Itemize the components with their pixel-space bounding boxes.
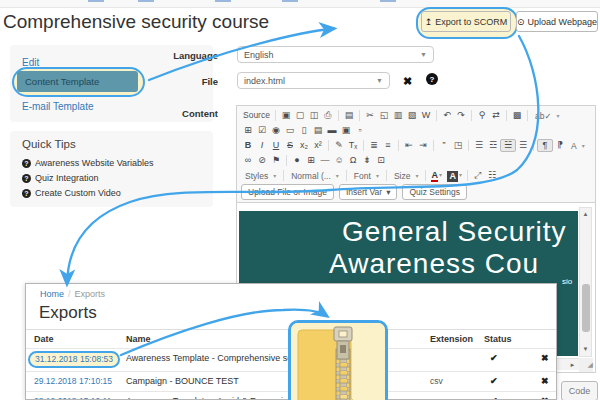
scroll-down-icon[interactable]: ▼ [580, 344, 591, 355]
toolbar-source[interactable]: Source [241, 109, 272, 122]
toolbar-underline[interactable]: U [269, 139, 283, 152]
toolbar-text-direction-ltr[interactable]: ¶ [537, 139, 553, 152]
toolbar-language[interactable]: A▾ [567, 141, 589, 151]
toolbar-paste[interactable]: ▥ [391, 109, 405, 122]
toolbar-smiley[interactable]: ☺ [332, 154, 346, 167]
editor-resize-handle[interactable]: ◢ [579, 358, 593, 372]
breadcrumb-home-link[interactable]: Home [40, 289, 64, 299]
toolbar-page-break[interactable]: ⇟ [360, 154, 374, 167]
quick-tip-awareness-variables[interactable]: ? Awareness Website Variables [22, 158, 154, 168]
file-select[interactable]: index.html ▼ [237, 72, 390, 89]
toolbar-spell-check[interactable]: ab✓▾ [531, 111, 564, 121]
toolbar-subscript[interactable]: x₂ [297, 139, 311, 152]
delete-export-icon[interactable]: ✖ [532, 372, 556, 390]
export-extension [422, 349, 476, 356]
help-icon[interactable]: ? [426, 73, 438, 85]
toolbar-table[interactable]: ⊞ [304, 154, 318, 167]
scroll-right-icon[interactable]: ► [567, 360, 578, 371]
toolbar-text-field[interactable]: ▭ [283, 124, 297, 137]
toolbar-undo[interactable]: ↶ [440, 109, 454, 122]
editor-vertical-scrollbar[interactable]: ▲ ▼ [579, 207, 592, 357]
scroll-up-icon[interactable]: ▲ [580, 209, 591, 220]
toolbar-print[interactable]: ⎙ [321, 109, 335, 122]
toolbar-anchor[interactable]: ⚑ [269, 154, 283, 167]
export-date-link[interactable]: 28.12.2018 15:19:11 [34, 396, 111, 400]
toolbar-increase-indent[interactable]: ⇥ [416, 139, 430, 152]
slide-text-fragment: sio [562, 277, 572, 286]
toolbar-decrease-indent[interactable]: ⇤ [402, 139, 416, 152]
toolbar-text-direction-rtl[interactable]: ⁋ [553, 139, 567, 152]
toolbar-preview[interactable]: ◫ [307, 109, 321, 122]
toolbar-redo[interactable]: ↷ [454, 109, 468, 122]
toolbar-checkbox[interactable]: ☑ [255, 124, 269, 137]
toolbar-strikethrough[interactable]: S [283, 139, 297, 152]
toolbar-horizontal-rule[interactable]: — [318, 154, 332, 167]
toolbar-quiz-settings-button[interactable]: Quiz Settings [402, 184, 467, 200]
toolbar-paste-text[interactable]: ▧ [405, 109, 419, 122]
toolbar-background-color[interactable]: A▾ [445, 169, 464, 182]
sidebar-item-content-template[interactable]: Content Template [17, 71, 138, 92]
export-extension [422, 392, 476, 399]
slide-title-line1: General Security [342, 216, 567, 248]
toolbar-size[interactable]: Size▾ [390, 171, 423, 181]
toolbar-upload-file-button[interactable]: Upload File or Image [241, 184, 334, 200]
export-date-link[interactable]: 29.12.2018 17:10:15 [34, 376, 112, 386]
scrollbar-thumb[interactable] [582, 284, 590, 332]
toolbar-justify[interactable]: ☰ [516, 139, 530, 152]
toolbar-templates[interactable]: ▤ [342, 109, 356, 122]
export-to-scorm-button[interactable]: ↥ Export to SCORM [421, 11, 511, 32]
toolbar-save[interactable]: ▣ [279, 109, 293, 122]
toolbar-copy[interactable]: ◱ [377, 109, 391, 122]
toolbar-separator [533, 140, 534, 151]
toolbar-special-character[interactable]: Ω [346, 154, 360, 167]
toolbar-hidden-field[interactable]: ▫ [353, 124, 367, 137]
export-date-link[interactable]: 31.12.2018 15:08:53 [35, 354, 113, 364]
toolbar-textarea[interactable]: ▯ [297, 124, 311, 137]
toolbar-font[interactable]: Font▾ [350, 171, 383, 181]
toolbar-align-center[interactable]: ☲ [486, 139, 500, 152]
language-select[interactable]: English ▼ [237, 46, 434, 63]
toolbar-select-all[interactable]: ▩ [510, 109, 524, 122]
toolbar-bold[interactable]: B [241, 139, 255, 152]
toolbar-copy-formatting[interactable]: ✎ [332, 139, 346, 152]
toolbar-align-right[interactable]: ☱ [500, 139, 516, 152]
toolbar-maximize[interactable]: ⤢ [471, 169, 485, 182]
clear-file-icon[interactable]: ✖ [403, 75, 412, 88]
code-button[interactable]: Code [561, 381, 598, 400]
delete-export-icon[interactable]: ✖ [532, 392, 556, 400]
toolbar-row: BIUSx₂x²✎Tₓ≣≡⇤⇥”◳☰☲☱☰¶⁋A▾ [237, 138, 595, 153]
toolbar-button-field[interactable]: ▬ [325, 124, 339, 137]
toolbar-remove-format[interactable]: Tₓ [346, 139, 360, 152]
toolbar-italic[interactable]: I [255, 139, 269, 152]
toolbar-cut[interactable]: ✂ [363, 109, 377, 122]
toolbar-iframe[interactable]: ⊡ [374, 154, 388, 167]
toolbar-numbered-list[interactable]: ≣ [367, 139, 381, 152]
toolbar-replace[interactable]: ⇄ [489, 109, 503, 122]
toolbar-radio-button[interactable]: ◉ [269, 124, 283, 137]
toolbar-superscript[interactable]: x² [311, 139, 325, 152]
toolbar-align-left[interactable]: ☰ [472, 139, 486, 152]
toolbar-bulleted-list[interactable]: ≡ [381, 139, 395, 152]
toolbar-show-blocks[interactable]: ☷ [485, 169, 499, 182]
quick-tip-custom-video[interactable]: ? Create Custom Video [22, 188, 121, 198]
toolbar-form[interactable]: ⊞ [241, 124, 255, 137]
toolbar-blockquote[interactable]: ” [437, 139, 451, 152]
toolbar-new-page[interactable]: ▢ [293, 109, 307, 122]
toolbar-flash[interactable]: ● [290, 154, 304, 167]
quick-tip-quiz-integration[interactable]: ? Quiz Integration [22, 173, 99, 183]
toolbar-paragraph-format[interactable]: Normal (...▾ [287, 171, 343, 181]
delete-export-icon[interactable]: ✖ [532, 349, 556, 367]
upload-webpage-button[interactable]: ⊙ Upload Webpage [516, 11, 598, 32]
toolbar-image-button[interactable]: ▣ [339, 124, 353, 137]
sidebar-item-email-template[interactable]: E-mail Template [22, 101, 94, 112]
toolbar-insert-var-button[interactable]: Insert Var▾ [339, 184, 398, 200]
toolbar-link[interactable]: ∞ [241, 154, 255, 167]
toolbar-find[interactable]: ⚲ [475, 109, 489, 122]
toolbar-text-color[interactable]: A▾ [429, 169, 445, 182]
toolbar-paste-word[interactable]: W [419, 109, 433, 122]
toolbar-select-field[interactable]: ▤ [311, 124, 325, 137]
chevron-down-icon: ▾ [336, 172, 339, 179]
toolbar-div-container[interactable]: ◳ [451, 139, 465, 152]
toolbar-unlink[interactable]: ⊘ [255, 154, 269, 167]
toolbar-styles[interactable]: Styles▾ [241, 171, 280, 181]
